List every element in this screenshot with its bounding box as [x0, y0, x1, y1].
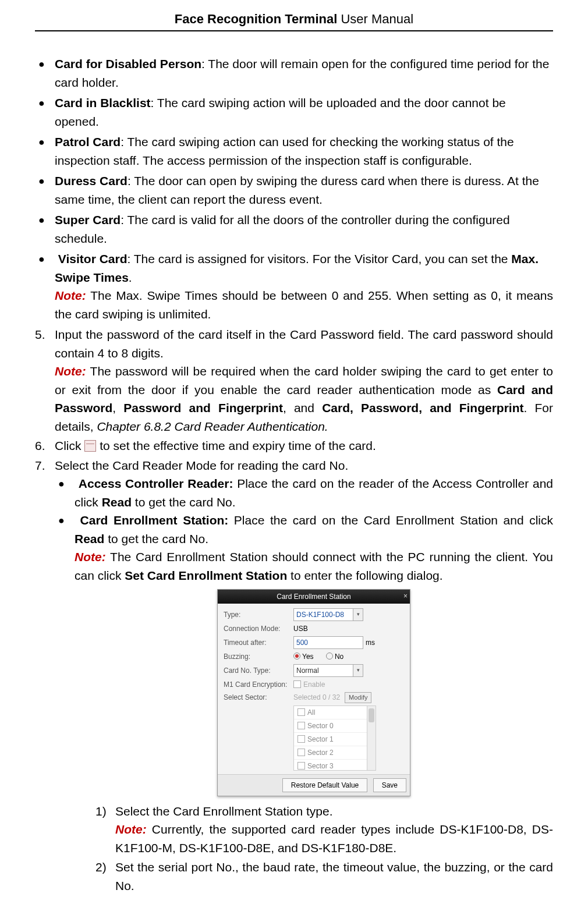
cardno-type-label: Card No. Type:: [224, 665, 293, 676]
close-icon[interactable]: ×: [403, 591, 408, 601]
m1-enable-checkbox[interactable]: Enable: [293, 679, 325, 690]
sector-row: All: [294, 706, 376, 719]
timeout-unit: ms: [366, 637, 375, 648]
step-7: 7. Select the Card Reader Mode for readi…: [35, 456, 553, 895]
bullet-item: Super Card: The card is valid for all th…: [55, 211, 553, 247]
chevron-down-icon: ▾: [353, 664, 363, 677]
card-type-list: Card for Disabled Person: The door will …: [55, 55, 553, 323]
sector-row: Sector 1: [294, 733, 376, 746]
m1-label: M1 Card Encryption:: [224, 679, 293, 690]
buzzing-label: Buzzing:: [224, 651, 293, 662]
sector-row: Sector 2: [294, 746, 376, 760]
dialog-titlebar: Card Enrollment Station ×: [218, 590, 410, 604]
step-6: 6. Click to set the effective time and e…: [35, 437, 553, 455]
timeout-input[interactable]: 500: [293, 636, 363, 649]
bullet-item-visitor: Visitor Card: The card is assigned for v…: [55, 250, 553, 323]
modify-button[interactable]: Modify: [345, 692, 371, 703]
header-title-bold: Face Recognition Terminal: [175, 12, 338, 26]
visitor-note: Note: The Max. Swipe Times should be bet…: [55, 286, 553, 323]
scrollbar[interactable]: [367, 706, 376, 770]
substep-2: 2) Set the serial port No., the baud rat…: [95, 858, 553, 895]
bullet-item: Duress Card: The door can open by swipin…: [55, 172, 553, 208]
substep-1: 1) Select the Card Enrollment Station ty…: [95, 802, 553, 857]
chevron-down-icon: ▾: [353, 608, 363, 621]
cardno-type-select[interactable]: Normal ▾: [293, 664, 363, 677]
calendar-icon: [84, 440, 96, 452]
type-select[interactable]: DS-K1F100-D8 ▾: [293, 608, 363, 621]
type-label: Type:: [224, 609, 293, 620]
sector-row: Sector 3: [294, 760, 376, 771]
bullet-item: Card for Disabled Person: The door will …: [55, 55, 553, 91]
select-sector-label: Select Sector:: [224, 692, 293, 703]
bullet-item: Card in Blacklist: The card swiping acti…: [55, 94, 553, 130]
buzzing-no-radio[interactable]: No: [326, 651, 343, 662]
sub-bullet: Card Enrollment Station: Place the card …: [75, 511, 553, 895]
bullet-item: Patrol Card: The card swiping action can…: [55, 133, 553, 169]
connection-value: USB: [293, 623, 308, 634]
card-enrollment-dialog: Card Enrollment Station × Type: DS-K1F10…: [217, 589, 410, 796]
buzzing-yes-radio[interactable]: Yes: [293, 651, 314, 662]
sector-list[interactable]: All Sector 0 Sector 1 Sector 2 Sector 3: [293, 705, 376, 771]
ces-note: Note: The Card Enrollment Station should…: [75, 548, 553, 584]
dialog-title: Card Enrollment Station: [277, 593, 350, 601]
save-button[interactable]: Save: [373, 778, 406, 792]
reader-mode-list: Access Controller Reader: Place the card…: [75, 474, 553, 895]
substep-1-note: Note: Currently, the supported card read…: [115, 820, 553, 857]
step5-note: Note: The password will be required when…: [55, 362, 553, 435]
header-title-rest: User Manual: [337, 12, 413, 26]
page-header: Face Recognition Terminal User Manual: [35, 12, 553, 30]
header-rule: [35, 30, 553, 31]
connection-label: Connection Mode:: [224, 623, 293, 634]
sub-bullet: Access Controller Reader: Place the card…: [75, 474, 553, 511]
step-5: 5. Input the password of the card itself…: [35, 325, 553, 435]
timeout-label: Timeout after:: [224, 637, 293, 648]
select-sector-value: Selected 0 / 32: [293, 692, 340, 703]
sector-row: Sector 0: [294, 719, 376, 733]
restore-button[interactable]: Restore Default Value: [282, 778, 368, 792]
